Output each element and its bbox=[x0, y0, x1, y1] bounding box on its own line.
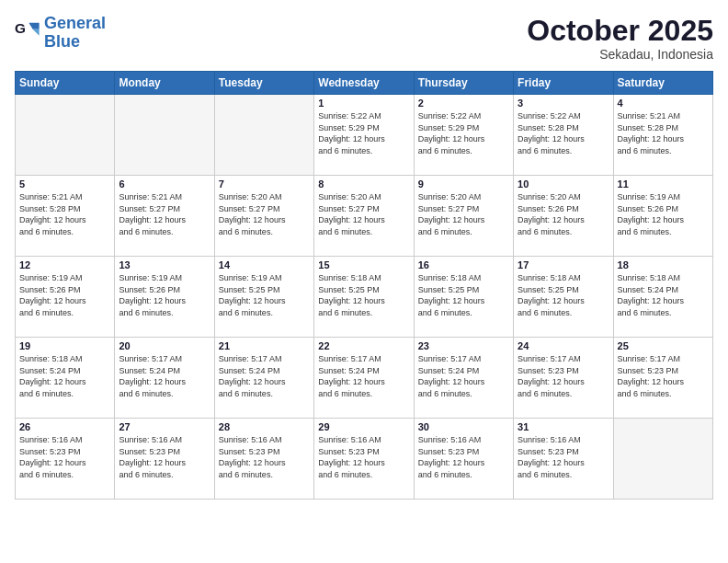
day-number: 7 bbox=[219, 178, 310, 190]
day-number: 6 bbox=[119, 178, 210, 190]
calendar-cell: 18Sunrise: 5:18 AM Sunset: 5:24 PM Dayli… bbox=[613, 257, 712, 338]
day-number: 20 bbox=[119, 340, 210, 351]
calendar-cell: 24Sunrise: 5:17 AM Sunset: 5:23 PM Dayli… bbox=[514, 338, 613, 419]
day-number: 1 bbox=[318, 98, 409, 109]
day-info: Sunrise: 5:16 AM Sunset: 5:23 PM Dayligh… bbox=[318, 434, 409, 480]
day-info: Sunrise: 5:19 AM Sunset: 5:26 PM Dayligh… bbox=[119, 272, 210, 318]
day-info: Sunrise: 5:21 AM Sunset: 5:28 PM Dayligh… bbox=[19, 191, 110, 237]
calendar-cell: 15Sunrise: 5:18 AM Sunset: 5:25 PM Dayli… bbox=[314, 257, 414, 338]
day-info: Sunrise: 5:19 AM Sunset: 5:26 PM Dayligh… bbox=[19, 272, 110, 318]
day-info: Sunrise: 5:17 AM Sunset: 5:24 PM Dayligh… bbox=[318, 353, 409, 399]
day-info: Sunrise: 5:19 AM Sunset: 5:26 PM Dayligh… bbox=[618, 191, 709, 237]
day-number: 26 bbox=[19, 421, 110, 432]
calendar-cell: 1Sunrise: 5:22 AM Sunset: 5:29 PM Daylig… bbox=[314, 95, 414, 176]
day-number: 10 bbox=[518, 178, 609, 190]
calendar-cell: 7Sunrise: 5:20 AM Sunset: 5:27 PM Daylig… bbox=[214, 176, 313, 257]
calendar-week-3: 12Sunrise: 5:19 AM Sunset: 5:26 PM Dayli… bbox=[16, 257, 713, 338]
location-subtitle: Sekadau, Indonesia bbox=[527, 47, 713, 62]
calendar-cell: 11Sunrise: 5:19 AM Sunset: 5:26 PM Dayli… bbox=[613, 176, 712, 257]
logo-icon: G bbox=[15, 20, 40, 46]
weekday-header-row: SundayMondayTuesdayWednesdayThursdayFrid… bbox=[16, 72, 713, 95]
calendar-cell bbox=[16, 95, 115, 176]
calendar-cell: 2Sunrise: 5:22 AM Sunset: 5:29 PM Daylig… bbox=[414, 95, 513, 176]
day-number: 29 bbox=[318, 421, 409, 432]
day-number: 2 bbox=[418, 98, 509, 109]
calendar-cell: 25Sunrise: 5:17 AM Sunset: 5:23 PM Dayli… bbox=[613, 338, 712, 419]
calendar-cell: 3Sunrise: 5:22 AM Sunset: 5:28 PM Daylig… bbox=[514, 95, 613, 176]
day-info: Sunrise: 5:16 AM Sunset: 5:23 PM Dayligh… bbox=[418, 434, 509, 480]
weekday-header-tuesday: Tuesday bbox=[214, 72, 313, 95]
day-number: 31 bbox=[518, 421, 609, 432]
logo-text: General Blue bbox=[44, 15, 106, 52]
calendar-cell: 22Sunrise: 5:17 AM Sunset: 5:24 PM Dayli… bbox=[314, 338, 414, 419]
day-number: 24 bbox=[518, 340, 609, 351]
calendar-cell: 12Sunrise: 5:19 AM Sunset: 5:26 PM Dayli… bbox=[16, 257, 115, 338]
calendar-cell: 20Sunrise: 5:17 AM Sunset: 5:24 PM Dayli… bbox=[115, 338, 214, 419]
calendar-cell: 23Sunrise: 5:17 AM Sunset: 5:24 PM Dayli… bbox=[414, 338, 513, 419]
weekday-header-saturday: Saturday bbox=[613, 72, 712, 95]
month-title: October 2025 bbox=[527, 15, 713, 47]
calendar-cell bbox=[214, 95, 313, 176]
day-number: 18 bbox=[618, 259, 709, 270]
calendar-cell bbox=[613, 419, 712, 500]
day-info: Sunrise: 5:16 AM Sunset: 5:23 PM Dayligh… bbox=[219, 434, 310, 480]
day-info: Sunrise: 5:17 AM Sunset: 5:24 PM Dayligh… bbox=[418, 353, 509, 399]
svg-marker-1 bbox=[28, 23, 39, 29]
day-number: 23 bbox=[418, 340, 509, 351]
weekday-header-monday: Monday bbox=[115, 72, 214, 95]
day-info: Sunrise: 5:18 AM Sunset: 5:25 PM Dayligh… bbox=[518, 272, 609, 318]
svg-marker-2 bbox=[33, 29, 40, 36]
day-number: 21 bbox=[219, 340, 310, 351]
weekday-header-thursday: Thursday bbox=[414, 72, 513, 95]
calendar-cell: 19Sunrise: 5:18 AM Sunset: 5:24 PM Dayli… bbox=[16, 338, 115, 419]
page: G General Blue October 2025 Sekadau, Ind… bbox=[0, 0, 728, 563]
day-info: Sunrise: 5:16 AM Sunset: 5:23 PM Dayligh… bbox=[119, 434, 210, 480]
calendar-cell: 8Sunrise: 5:20 AM Sunset: 5:27 PM Daylig… bbox=[314, 176, 414, 257]
day-info: Sunrise: 5:17 AM Sunset: 5:23 PM Dayligh… bbox=[618, 353, 709, 399]
day-number: 15 bbox=[318, 259, 409, 270]
day-number: 4 bbox=[618, 98, 709, 109]
day-number: 11 bbox=[618, 178, 709, 190]
weekday-header-wednesday: Wednesday bbox=[314, 72, 414, 95]
day-number: 8 bbox=[318, 178, 409, 190]
day-number: 13 bbox=[119, 259, 210, 270]
day-number: 30 bbox=[418, 421, 509, 432]
calendar-week-5: 26Sunrise: 5:16 AM Sunset: 5:23 PM Dayli… bbox=[16, 419, 713, 500]
calendar-cell: 4Sunrise: 5:21 AM Sunset: 5:28 PM Daylig… bbox=[613, 95, 712, 176]
weekday-header-sunday: Sunday bbox=[16, 72, 115, 95]
day-info: Sunrise: 5:20 AM Sunset: 5:26 PM Dayligh… bbox=[518, 191, 609, 237]
svg-text:G: G bbox=[15, 20, 26, 36]
day-info: Sunrise: 5:16 AM Sunset: 5:23 PM Dayligh… bbox=[19, 434, 110, 480]
calendar-cell: 27Sunrise: 5:16 AM Sunset: 5:23 PM Dayli… bbox=[115, 419, 214, 500]
day-number: 14 bbox=[219, 259, 310, 270]
calendar-week-2: 5Sunrise: 5:21 AM Sunset: 5:28 PM Daylig… bbox=[16, 176, 713, 257]
day-info: Sunrise: 5:22 AM Sunset: 5:29 PM Dayligh… bbox=[318, 110, 409, 156]
calendar-cell: 29Sunrise: 5:16 AM Sunset: 5:23 PM Dayli… bbox=[314, 419, 414, 500]
calendar-cell: 21Sunrise: 5:17 AM Sunset: 5:24 PM Dayli… bbox=[214, 338, 313, 419]
day-info: Sunrise: 5:16 AM Sunset: 5:23 PM Dayligh… bbox=[518, 434, 609, 480]
day-info: Sunrise: 5:18 AM Sunset: 5:24 PM Dayligh… bbox=[618, 272, 709, 318]
day-info: Sunrise: 5:22 AM Sunset: 5:29 PM Dayligh… bbox=[418, 110, 509, 156]
day-number: 12 bbox=[19, 259, 110, 270]
header: G General Blue October 2025 Sekadau, Ind… bbox=[15, 15, 713, 62]
day-info: Sunrise: 5:20 AM Sunset: 5:27 PM Dayligh… bbox=[418, 191, 509, 237]
calendar-week-4: 19Sunrise: 5:18 AM Sunset: 5:24 PM Dayli… bbox=[16, 338, 713, 419]
day-number: 19 bbox=[19, 340, 110, 351]
day-info: Sunrise: 5:17 AM Sunset: 5:23 PM Dayligh… bbox=[518, 353, 609, 399]
calendar-cell: 26Sunrise: 5:16 AM Sunset: 5:23 PM Dayli… bbox=[16, 419, 115, 500]
day-info: Sunrise: 5:20 AM Sunset: 5:27 PM Dayligh… bbox=[318, 191, 409, 237]
calendar-week-1: 1Sunrise: 5:22 AM Sunset: 5:29 PM Daylig… bbox=[16, 95, 713, 176]
calendar-cell: 30Sunrise: 5:16 AM Sunset: 5:23 PM Dayli… bbox=[414, 419, 513, 500]
day-info: Sunrise: 5:18 AM Sunset: 5:24 PM Dayligh… bbox=[19, 353, 110, 399]
day-info: Sunrise: 5:20 AM Sunset: 5:27 PM Dayligh… bbox=[219, 191, 310, 237]
calendar-cell: 6Sunrise: 5:21 AM Sunset: 5:27 PM Daylig… bbox=[115, 176, 214, 257]
day-info: Sunrise: 5:17 AM Sunset: 5:24 PM Dayligh… bbox=[119, 353, 210, 399]
day-number: 9 bbox=[418, 178, 509, 190]
day-info: Sunrise: 5:22 AM Sunset: 5:28 PM Dayligh… bbox=[518, 110, 609, 156]
day-number: 25 bbox=[618, 340, 709, 351]
calendar-cell: 17Sunrise: 5:18 AM Sunset: 5:25 PM Dayli… bbox=[514, 257, 613, 338]
logo-line1: General bbox=[44, 14, 106, 32]
day-number: 28 bbox=[219, 421, 310, 432]
calendar-cell: 13Sunrise: 5:19 AM Sunset: 5:26 PM Dayli… bbox=[115, 257, 214, 338]
day-info: Sunrise: 5:18 AM Sunset: 5:25 PM Dayligh… bbox=[318, 272, 409, 318]
